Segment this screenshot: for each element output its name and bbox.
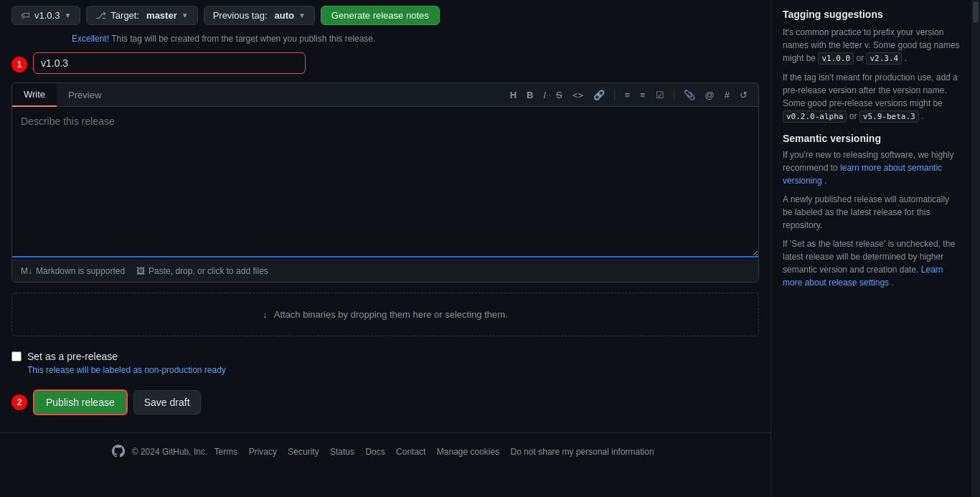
semantic-text-4: If 'Set as the latest release' is unchec…	[783, 237, 960, 289]
footer-privacy-data-link[interactable]: Do not share my personal information	[511, 447, 654, 457]
attach-button[interactable]: 📎	[680, 88, 699, 102]
italic-button[interactable]: I	[540, 88, 550, 102]
prev-tag-label: Previous tag:	[213, 10, 268, 21]
top-bar: 🏷 v1.0.3 ▼ ⎇ Target: master ▼ Previous t…	[0, 0, 771, 31]
editor-footer: M↓ Markdown is supported 🖼 Paste, drop, …	[12, 260, 758, 282]
scrollbar[interactable]	[971, 0, 980, 497]
prerelease-label-text: Set as a pre-release	[27, 351, 118, 362]
target-label: Target:	[110, 10, 139, 21]
attach-text: Attach binaries by dropping them here or…	[274, 309, 508, 320]
markdown-support-note: M↓ Markdown is supported	[21, 266, 125, 276]
prerelease-checkbox[interactable]	[11, 351, 22, 361]
info-prefix: Excellent!	[72, 34, 109, 44]
reference-button[interactable]: #	[721, 88, 733, 102]
toolbar-separator-2	[674, 89, 674, 100]
task-list-button[interactable]: ☑	[652, 88, 668, 102]
generate-release-notes-button[interactable]: Generate release notes	[321, 6, 440, 25]
info-text: Excellent! This tag will be created from…	[0, 31, 771, 52]
prerelease-description: This release will be labeled as non-prod…	[27, 365, 759, 375]
markdown-icon: M↓	[21, 266, 32, 276]
editor-section: Write Preview H B I S <> 🔗 ≡ ≡ ☑	[0, 82, 771, 288]
sidebar: Tagging suggestions It's common practice…	[771, 0, 971, 497]
unordered-list-button[interactable]: ≡	[636, 88, 649, 102]
undo-button[interactable]: ↺	[736, 88, 751, 102]
footer-manage-cookies-link[interactable]: Manage cookies	[437, 447, 499, 457]
tag-button[interactable]: 🏷 v1.0.3 ▼	[11, 6, 80, 25]
attach-section: ↓ Attach binaries by dropping them here …	[0, 288, 771, 345]
tagging-text-2: If the tag isn't meant for production us…	[783, 71, 960, 123]
attach-binaries-box[interactable]: ↓ Attach binaries by dropping them here …	[11, 293, 759, 336]
version-code-4: v5.9-beta.3	[859, 110, 919, 123]
link-button[interactable]: 🔗	[590, 88, 608, 102]
step-2-circle: 2	[11, 394, 27, 410]
editor-wrapper: Write Preview H B I S <> 🔗 ≡ ≡ ☑	[11, 82, 759, 283]
copyright-text: © 2024 GitHub, Inc.	[132, 447, 208, 457]
chevron-down-icon-3: ▼	[298, 11, 306, 19]
tagging-text-1: It's common practice to prefix your vers…	[783, 26, 960, 65]
prerelease-section: Set as a pre-release This release will b…	[0, 345, 771, 384]
arrow-down-icon: ↓	[263, 309, 268, 320]
write-tab[interactable]: Write	[12, 83, 57, 107]
version-code-3: v0.2.0-alpha	[783, 110, 847, 123]
tag-icon: 🏷	[21, 10, 30, 21]
image-icon: 🖼	[136, 266, 145, 276]
scrollbar-thumb[interactable]	[973, 1, 979, 23]
version-code-1: v1.0.0	[818, 52, 854, 65]
heading-button[interactable]: H	[507, 88, 520, 102]
target-value: master	[146, 10, 177, 21]
target-button[interactable]: ⎇ Target: master ▼	[86, 6, 197, 25]
tag-value: v1.0.3	[34, 10, 60, 21]
footer-terms-link[interactable]: Terms	[215, 447, 238, 457]
action-section: 2 Publish release Save draft	[0, 384, 771, 432]
github-logo	[112, 445, 125, 460]
code-button[interactable]: <>	[569, 88, 588, 102]
semantic-text-3: A newly published release will automatic…	[783, 193, 960, 232]
toolbar-separator-1	[614, 89, 615, 100]
footer-docs-link[interactable]: Docs	[365, 447, 385, 457]
tag-input-area: 1	[0, 52, 771, 82]
tag-name-input[interactable]	[33, 52, 306, 74]
tagging-suggestions-title: Tagging suggestions	[783, 9, 960, 20]
branch-icon: ⎇	[95, 10, 106, 21]
prev-tag-value: auto	[275, 10, 294, 21]
preview-tab[interactable]: Preview	[57, 83, 113, 106]
info-body: This tag will be created from the target…	[111, 34, 375, 44]
version-code-2: v2.3.4	[866, 52, 902, 65]
chevron-down-icon: ▼	[64, 11, 71, 19]
ordered-list-button[interactable]: ≡	[621, 88, 633, 102]
file-note-text: Paste, drop, or click to add files	[149, 266, 268, 276]
editor-toolbar: H B I S <> 🔗 ≡ ≡ ☑ 📎 @ # ↺	[499, 83, 758, 106]
footer-contact-link[interactable]: Contact	[396, 447, 425, 457]
footer-privacy-link[interactable]: Privacy	[249, 447, 277, 457]
file-attach-note[interactable]: 🖼 Paste, drop, or click to add files	[136, 266, 268, 276]
markdown-text: Markdown is supported	[36, 266, 125, 276]
strikethrough-button[interactable]: S	[552, 88, 566, 102]
semantic-versioning-title: Semantic versioning	[783, 133, 960, 144]
mention-button[interactable]: @	[702, 88, 718, 102]
chevron-down-icon-2: ▼	[182, 11, 189, 19]
footer-status-link[interactable]: Status	[330, 447, 354, 457]
semantic-text-1: If you're new to releasing software, we …	[783, 148, 960, 187]
step-1-circle: 1	[11, 57, 27, 72]
release-description-textarea[interactable]	[12, 107, 758, 257]
publish-release-button[interactable]: Publish release	[33, 389, 128, 415]
prerelease-label[interactable]: Set as a pre-release	[11, 351, 759, 362]
bold-button[interactable]: B	[523, 88, 537, 102]
footer-security-link[interactable]: Security	[288, 447, 319, 457]
prev-tag-button[interactable]: Previous tag: auto ▼	[204, 6, 315, 25]
page-footer: © 2024 GitHub, Inc. Terms Privacy Securi…	[0, 432, 771, 471]
save-draft-button[interactable]: Save draft	[133, 390, 201, 415]
editor-tabs: Write Preview H B I S <> 🔗 ≡ ≡ ☑	[12, 83, 758, 107]
